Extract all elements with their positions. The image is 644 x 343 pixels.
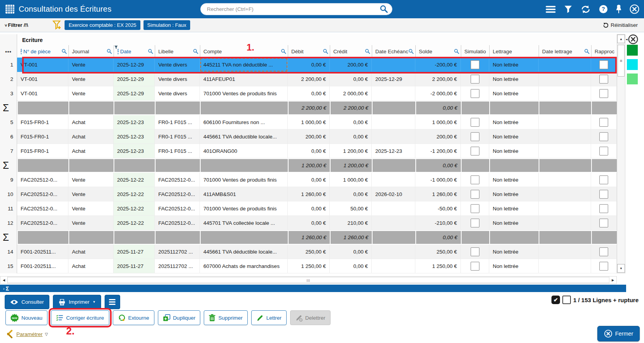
table-row[interactable]: 14F001-202511...Achat2025-11-27202511270… [0, 245, 617, 259]
panel-close-icon[interactable] [628, 34, 638, 44]
consulter-button[interactable]: Consulter [5, 295, 49, 309]
sum-row[interactable]: Σ1 260,00 €1 260,00 €0,00 € [0, 230, 617, 245]
horizontal-scroll-thumb[interactable]: ||| [7, 277, 609, 283]
sum-row[interactable]: Σ1 200,00 €1 200,00 €0,00 € [0, 158, 617, 173]
simulation-checkbox[interactable] [471, 247, 480, 256]
simulation-checkbox[interactable] [471, 60, 480, 69]
table-row[interactable]: 2VT-001Vente2025-12-29Vente divers411AFE… [0, 72, 617, 86]
rapproche-checkbox[interactable] [599, 175, 608, 184]
imprimer-button[interactable]: Imprimer ▼ [53, 295, 101, 309]
rapproche-checkbox[interactable] [599, 262, 608, 271]
rapproche-checkbox[interactable] [599, 147, 608, 156]
nouveau-button[interactable]: NEW Nouveau [5, 310, 47, 325]
table-row[interactable]: 12FAC202512-0...Vente2025-12-22FAC202512… [0, 216, 617, 230]
sum-row[interactable]: Σ2 200,00 €2 200,00 €0,00 € [0, 101, 617, 115]
rapproche-checkbox[interactable] [599, 118, 608, 127]
filter-icon[interactable] [564, 5, 572, 14]
simulation-checkbox[interactable] [471, 75, 480, 84]
simulation-checkbox[interactable] [471, 132, 480, 141]
dupliquer-button[interactable]: Dupliquer [158, 310, 201, 325]
scroll-right-button[interactable]: ▶ [609, 276, 616, 284]
table-row[interactable]: 9FAC202512-0...Vente2025-12-22FAC202512-… [0, 173, 617, 187]
search-input[interactable] [200, 3, 392, 15]
column-search-icon[interactable] [281, 49, 286, 54]
more-actions-button[interactable] [105, 295, 120, 309]
search-icon[interactable] [380, 5, 388, 13]
rapproche-checkbox[interactable] [599, 89, 608, 98]
column-search-icon[interactable] [454, 49, 459, 54]
rapproche-checkbox[interactable] [599, 60, 608, 69]
vertical-scroll-thumb[interactable]: ≡ [618, 45, 625, 77]
supprimer-button[interactable]: Supprimer [204, 310, 247, 325]
column-header-credit[interactable]: Crédit [330, 45, 372, 58]
simulation-checkbox[interactable] [471, 89, 480, 98]
column-search-icon[interactable] [323, 49, 328, 54]
menu-icon[interactable] [546, 5, 556, 13]
simulation-checkbox[interactable] [471, 262, 480, 271]
scroll-left-button[interactable]: ◀ [0, 276, 8, 284]
table-row[interactable]: 10FAC202512-0...Vente2025-12-22FAC202512… [0, 187, 617, 201]
column-search-icon[interactable] [408, 49, 414, 54]
column-search-icon[interactable] [584, 49, 590, 54]
table-row[interactable]: 11FAC202512-0...Vente2025-12-22FAC202512… [0, 201, 617, 216]
simulation-checkbox[interactable] [471, 219, 480, 228]
expand-totals-icon[interactable]: › [3, 286, 5, 291]
rapproche-checkbox[interactable] [599, 75, 608, 84]
table-row[interactable]: 15F001-202511...Achat2025-11-27202511270… [0, 259, 617, 273]
column-header-date[interactable]: ▲1▼Date [114, 45, 155, 58]
filter-badge-exercice[interactable]: Exercice comptable : EX 2025 [65, 20, 140, 30]
table-row[interactable]: 3VT-001Vente2025-12-29Vente divers701000… [0, 86, 617, 101]
scroll-down-button[interactable]: ▼ [617, 264, 625, 273]
column-header-datelettrage[interactable]: Date lettrage [539, 45, 591, 58]
refresh-icon[interactable] [581, 5, 591, 14]
column-header-journal[interactable]: Journal [68, 45, 114, 58]
extourne-button[interactable]: Extourne [113, 310, 154, 325]
simulation-checkbox[interactable] [471, 204, 480, 213]
rapproche-checkbox[interactable] [599, 247, 608, 256]
column-header-solde[interactable]: Solde [415, 45, 461, 58]
table-row[interactable]: 1VT-001Vente2025-12-29Vente divers445211… [0, 58, 617, 72]
column-search-icon[interactable] [107, 49, 112, 54]
reset-filters-button[interactable]: Réinitialiser [602, 22, 638, 28]
column-header-lettrage[interactable]: Lettrage [489, 45, 539, 58]
corriger-ecriture-button[interactable]: Corriger écriture [51, 310, 109, 325]
column-search-icon[interactable] [193, 49, 198, 54]
filter-badge-simulation[interactable]: Simulation : Faux [144, 20, 190, 30]
column-search-icon[interactable] [61, 49, 67, 54]
column-header-simulation[interactable]: Simulatio [461, 45, 489, 58]
simulation-checkbox[interactable] [471, 118, 480, 127]
simulation-checkbox[interactable] [471, 175, 480, 184]
simulation-checkbox[interactable] [471, 147, 480, 156]
legend-swatch-light-green[interactable] [627, 74, 638, 84]
pin-icon[interactable] [616, 5, 621, 14]
filter-toggle[interactable]: ˅ Filtrer /!\ [5, 22, 28, 28]
vertical-scrollbar[interactable]: ▲ ≡ ▼ [617, 34, 625, 273]
legend-swatch-cyan[interactable] [627, 59, 638, 70]
column-header-compte[interactable]: Compte [200, 45, 288, 58]
rupture-checkbox[interactable] [562, 296, 571, 304]
lettrer-button[interactable]: Lettrer [251, 310, 287, 325]
lines-checkbox-checked[interactable]: ✔ [551, 296, 560, 304]
simulation-checkbox[interactable] [471, 190, 480, 199]
horizontal-scrollbar[interactable]: ◀ ||| ▶ [0, 276, 617, 284]
collapse-left-icon[interactable]: ◂ [626, 37, 628, 41]
table-row[interactable]: 5F015-FR0-1Achat2025-12-23FR0-1 F015 ...… [0, 115, 617, 130]
column-header-echeance[interactable]: Date Echéance [372, 45, 415, 58]
column-header-libelle[interactable]: Libelle [155, 45, 200, 58]
column-options-button[interactable]: ••• [0, 34, 17, 58]
column-header-debit[interactable]: Débit [288, 45, 330, 58]
column-header-piece[interactable]: ▲2▼N° de pièce [17, 45, 68, 58]
rapproche-checkbox[interactable] [599, 132, 608, 141]
parametrer-link[interactable]: Paramétrer ▽ [5, 330, 48, 338]
rapproche-checkbox[interactable] [599, 190, 608, 199]
column-search-icon[interactable] [148, 49, 153, 54]
help-icon[interactable]: ? [599, 5, 608, 14]
rapproche-checkbox[interactable] [599, 219, 608, 228]
table-row[interactable]: 6F015-FR0-1Achat2025-12-23FR0-1 F015 ...… [0, 130, 617, 144]
close-icon[interactable] [630, 4, 639, 14]
column-search-icon[interactable] [365, 49, 370, 54]
table-row[interactable]: 7F015-FR0-1Achat2025-12-23FR0-1 F015 ...… [0, 144, 617, 158]
rapproche-checkbox[interactable] [599, 204, 608, 213]
totals-bar[interactable]: › Σ [0, 285, 626, 292]
column-header-rapproche[interactable]: Rapproc [591, 45, 617, 58]
